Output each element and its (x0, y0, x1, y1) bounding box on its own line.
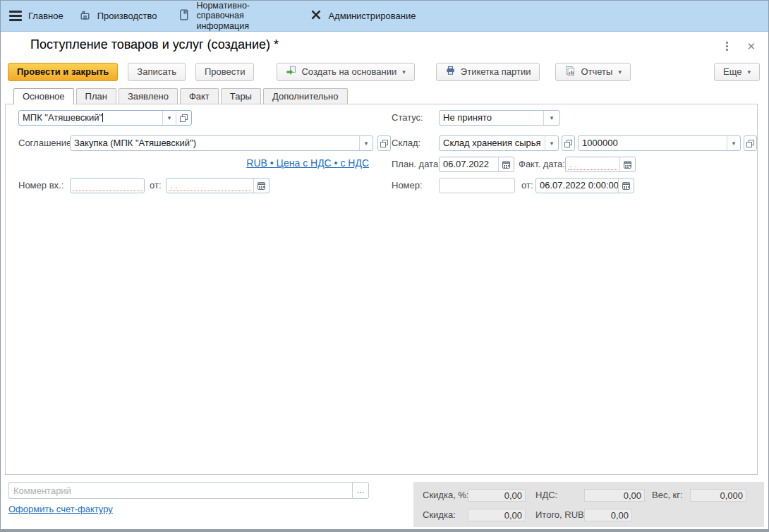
create-based-on-label: Создать на основании (301, 66, 396, 77)
batch-label-button[interactable]: Этикетка партии (436, 63, 540, 81)
warehouse-cell-open-button[interactable] (744, 135, 757, 151)
page-title: Поступление товаров и услуг (создание) * (30, 37, 279, 52)
calendar-glyph (258, 182, 265, 190)
tab-plan[interactable]: План (76, 88, 116, 104)
create-invoice-link[interactable]: Оформить счет-фактуру (8, 504, 113, 514)
agreement-field[interactable]: Закупка (МПК "Атяшевский") (70, 135, 373, 151)
menu-item-master-data[interactable]: Нормативно-справочная информация (178, 1, 289, 31)
more-label: Еще (723, 66, 741, 77)
number-datetime-field[interactable]: 06.07.2022 0:00:00 (535, 178, 634, 193)
fact-date-field[interactable]: . . (565, 157, 636, 172)
open-icon (746, 140, 754, 147)
calendar-icon[interactable] (618, 179, 634, 193)
calendar-icon[interactable] (253, 179, 269, 193)
save-button[interactable]: Записать (128, 63, 186, 81)
incoming-date-field[interactable]: . . (166, 178, 270, 193)
tab-main[interactable]: Основное (13, 88, 74, 104)
total-label: Итого, RUB: (535, 508, 586, 522)
warehouse-cell-dropdown-icon[interactable] (727, 136, 740, 150)
main-menu-bar: Главное Производство Нормативно-справочн… (1, 1, 768, 32)
comment-input[interactable] (8, 482, 352, 499)
tab-additional[interactable]: Дополнительно (263, 88, 348, 104)
more-button[interactable]: Еще ▾ (714, 63, 760, 81)
incoming-date-value: . . (166, 179, 253, 193)
status-value: Не принято (440, 111, 543, 125)
app-window: Главное Производство Нормативно-справочн… (0, 0, 769, 532)
discount-pct-label: Скидка, %: (423, 488, 469, 502)
open-icon (180, 114, 188, 122)
agreement-label: Соглашение: (18, 135, 74, 151)
number-datetime-value: 06.07.2022 0:00:00 (536, 179, 618, 193)
number-field[interactable] (439, 178, 515, 193)
total-value: 0,00 (584, 509, 632, 521)
price-terms-link[interactable]: RUB • Цена с НДС • с НДС (246, 157, 369, 169)
create-based-on-button[interactable]: Создать на основании ▾ (277, 63, 414, 81)
weight-label: Вес, кг: (652, 488, 683, 502)
report-chart-icon (564, 66, 581, 78)
calendar-icon[interactable] (498, 157, 514, 171)
weight-value: 0,000 (690, 489, 746, 502)
chevron-down-icon: ▾ (747, 68, 751, 75)
menu-label: Главное (28, 11, 63, 21)
factory-icon (79, 9, 91, 23)
warehouse-field[interactable]: Склад хранения сырья (439, 135, 559, 151)
counterparty-field[interactable]: МПК "Атяшевский" (18, 110, 192, 126)
chevron-down-icon: ▾ (402, 68, 406, 75)
post-button[interactable]: Провести (195, 63, 255, 81)
agreement-open-button[interactable] (377, 135, 391, 151)
open-icon (380, 140, 388, 147)
tab-fact[interactable]: Факт (180, 88, 219, 104)
counterparty-open-button[interactable] (176, 111, 191, 125)
menu-item-main[interactable]: Главное (9, 11, 63, 21)
calendar-glyph (624, 161, 631, 169)
batch-label-label: Этикетка партии (461, 66, 531, 77)
discount-value: 0,00 (468, 509, 526, 521)
fact-date-value: . . (566, 157, 619, 171)
post-and-close-label: Провести и закрыть (17, 66, 109, 77)
tools-icon (310, 9, 322, 23)
calendar-icon[interactable] (619, 157, 635, 171)
printer-icon (445, 66, 461, 78)
counterparty-dropdown-icon[interactable] (162, 111, 176, 125)
tab-declared[interactable]: Заявлено (119, 88, 178, 104)
plan-date-label: План. дата: (392, 157, 441, 172)
warehouse-dropdown-icon[interactable] (545, 136, 558, 150)
plan-date-field[interactable]: 06.07.2022 (439, 157, 514, 172)
warehouse-open-button[interactable] (562, 135, 575, 151)
agreement-dropdown-icon[interactable] (359, 136, 373, 150)
vat-value: 0,00 (584, 489, 645, 502)
discount-pct-value: 0,00 (468, 489, 526, 502)
fact-date-label: Факт. дата: (519, 157, 565, 172)
post-and-close-button[interactable]: Провести и закрыть (8, 63, 118, 81)
status-dropdown-icon[interactable] (543, 111, 559, 125)
reports-button[interactable]: Отчеты ▾ (555, 63, 630, 81)
create-based-on-icon (286, 66, 301, 78)
warehouse-cell-field[interactable]: 1000000 (578, 135, 741, 151)
comment-more-button[interactable]: ... (352, 482, 369, 499)
menu-item-production[interactable]: Производство (79, 9, 157, 23)
menu-label: Администрирование (328, 11, 416, 21)
toolbar: Провести и закрыть Записать Провести Соз… (8, 62, 760, 81)
tab-containers[interactable]: Тары (221, 88, 261, 104)
menu-label: Нормативно-справочная информация (196, 1, 289, 31)
incoming-number-value (71, 179, 144, 193)
vat-label: НДС: (535, 488, 557, 502)
plan-date-value: 06.07.2022 (440, 157, 498, 171)
number-label: Номер: (392, 178, 423, 193)
warehouse-label: Склад: (392, 135, 420, 151)
document-icon (178, 8, 190, 23)
close-icon[interactable]: ✕ (746, 41, 756, 52)
calendar-glyph (622, 182, 630, 190)
number-from-label: от: (521, 178, 533, 193)
calendar-glyph (502, 161, 510, 169)
chevron-down-icon: ▾ (618, 68, 622, 75)
open-icon (564, 140, 572, 147)
incoming-number-field[interactable] (70, 178, 145, 193)
counterparty-value: МПК "Атяшевский" (19, 111, 162, 125)
status-field[interactable]: Не принято (439, 110, 560, 126)
comment-group: ... (8, 482, 369, 499)
menu-item-administration[interactable]: Администрирование (310, 9, 416, 23)
incoming-number-label: Номер вх.: (18, 178, 63, 193)
save-label: Записать (137, 66, 176, 77)
more-options-icon[interactable] (725, 40, 729, 52)
